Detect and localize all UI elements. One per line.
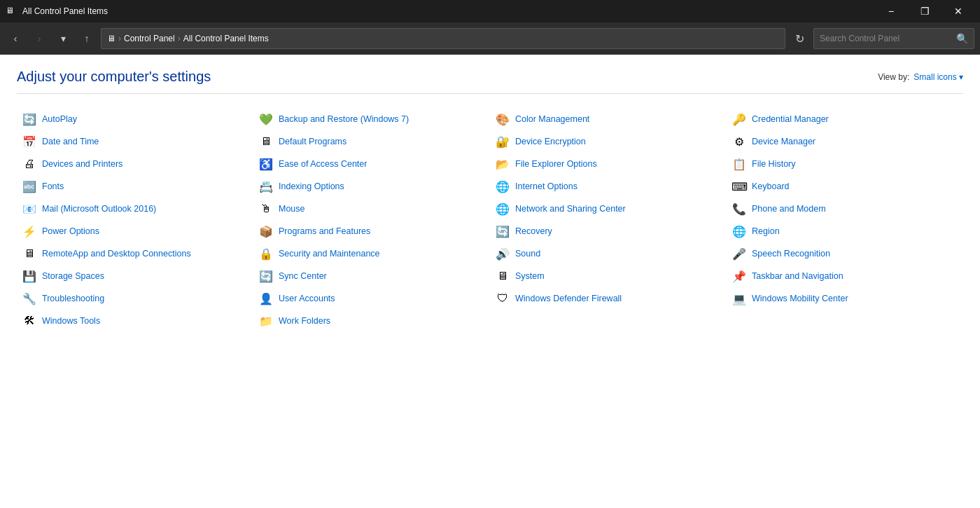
item-label: Phone and Modem <box>752 204 826 214</box>
list-item[interactable]: 📞 Phone and Modem <box>727 198 963 220</box>
item-label: File Explorer Options <box>515 159 597 169</box>
item-label: Sync Center <box>279 271 327 281</box>
page-header: Adjust your computer's settings View by:… <box>17 69 963 85</box>
item-label: Ease of Access Center <box>279 159 367 169</box>
list-item[interactable]: 🔄 Recovery <box>490 220 727 242</box>
list-item[interactable]: 📌 Taskbar and Navigation <box>727 265 963 287</box>
close-button[interactable]: ✕ <box>942 0 974 22</box>
path-icon: 🖥 <box>107 34 115 43</box>
path-all-items[interactable]: All Control Panel Items <box>183 34 269 43</box>
list-item[interactable]: 👤 User Accounts <box>253 287 490 310</box>
list-item[interactable]: ⚡ Power Options <box>17 220 253 242</box>
back-button[interactable]: ‹ <box>6 29 25 48</box>
list-item[interactable]: 🔄 AutoPlay <box>17 108 253 130</box>
item-label: Network and Sharing Center <box>515 204 626 214</box>
item-label: Region <box>752 226 780 236</box>
list-item[interactable]: 🎨 Color Management <box>490 108 727 130</box>
list-item[interactable]: 🌐 Network and Sharing Center <box>490 198 727 220</box>
list-item[interactable]: 💚 Backup and Restore (Windows 7) <box>253 108 490 130</box>
item-label: Storage Spaces <box>42 271 104 281</box>
list-item[interactable]: 🖥 System <box>490 265 727 287</box>
page-title: Adjust your computer's settings <box>17 69 211 85</box>
title-bar-controls: − ❐ ✕ <box>875 0 974 22</box>
item-icon: 🌐 <box>496 179 510 193</box>
item-icon: 💚 <box>259 112 273 126</box>
recent-locations-button[interactable]: ▾ <box>53 29 73 48</box>
item-label: Windows Tools <box>42 316 100 326</box>
list-item[interactable]: 🔧 Troubleshooting <box>17 287 253 310</box>
item-icon: 🖱 <box>259 202 273 216</box>
view-by-dropdown[interactable]: Small icons ▾ <box>913 72 963 82</box>
list-item[interactable]: 🎤 Speech Recognition <box>727 242 963 265</box>
list-item[interactable]: 📂 File Explorer Options <box>490 153 727 175</box>
list-item[interactable]: 💻 Windows Mobility Center <box>727 287 963 310</box>
item-icon: 💻 <box>732 291 746 306</box>
restore-button[interactable]: ❐ <box>909 0 941 22</box>
list-item[interactable]: 🔄 Sync Center <box>253 265 490 287</box>
item-label: Color Management <box>515 114 589 124</box>
list-item[interactable]: ⚙ Device Manager <box>727 130 963 153</box>
address-path: 🖥 › Control Panel › All Control Panel It… <box>101 28 785 49</box>
section-divider <box>17 93 963 94</box>
minimize-button[interactable]: − <box>875 0 907 22</box>
list-item[interactable]: 🔤 Fonts <box>17 175 253 198</box>
item-label: Devices and Printers <box>42 159 122 169</box>
item-label: Indexing Options <box>279 181 344 191</box>
list-item[interactable]: ♿ Ease of Access Center <box>253 153 490 175</box>
path-control-panel[interactable]: Control Panel <box>124 34 175 43</box>
item-icon: 📅 <box>22 135 36 149</box>
empty-cell <box>727 310 963 332</box>
view-by: View by: Small icons ▾ <box>878 72 963 82</box>
item-icon: 🖥 <box>259 135 273 149</box>
item-label: Mail (Microsoft Outlook 2016) <box>42 204 156 214</box>
item-label: RemoteApp and Desktop Connections <box>42 249 191 259</box>
list-item[interactable]: 🛠 Windows Tools <box>17 310 253 332</box>
list-item[interactable]: 🖥 RemoteApp and Desktop Connections <box>17 242 253 265</box>
item-icon: 🖥 <box>22 247 36 261</box>
item-icon: 🔧 <box>22 291 36 306</box>
item-label: Troubleshooting <box>42 294 104 303</box>
search-icon[interactable]: 🔍 <box>956 33 968 44</box>
item-icon: ♿ <box>259 157 273 171</box>
list-item[interactable]: 🌐 Internet Options <box>490 175 727 198</box>
item-label: Internet Options <box>515 181 578 191</box>
list-item[interactable]: 🔒 Security and Maintenance <box>253 242 490 265</box>
list-item[interactable]: 🖱 Mouse <box>253 198 490 220</box>
item-icon: 📇 <box>259 179 273 193</box>
refresh-button[interactable]: ↻ <box>790 29 809 48</box>
item-label: Sound <box>515 249 540 259</box>
forward-button[interactable]: › <box>29 29 49 48</box>
list-item[interactable]: 📋 File History <box>727 153 963 175</box>
window-title: All Control Panel Items <box>22 6 108 16</box>
list-item[interactable]: 📁 Work Folders <box>253 310 490 332</box>
item-icon: ⌨ <box>732 179 746 193</box>
list-item[interactable]: 🖥 Default Programs <box>253 130 490 153</box>
item-icon: 🖥 <box>496 269 510 283</box>
item-icon: 🎤 <box>732 247 746 261</box>
list-item[interactable]: 🔑 Credential Manager <box>727 108 963 130</box>
up-button[interactable]: ↑ <box>77 29 97 48</box>
list-item[interactable]: 📦 Programs and Features <box>253 220 490 242</box>
item-label: AutoPlay <box>42 114 77 124</box>
list-item[interactable]: 🛡 Windows Defender Firewall <box>490 287 727 310</box>
title-bar: 🖥 All Control Panel Items − ❐ ✕ <box>0 0 980 22</box>
address-bar: ‹ › ▾ ↑ 🖥 › Control Panel › All Control … <box>0 22 980 55</box>
list-item[interactable]: 🌐 Region <box>727 220 963 242</box>
item-icon: 📂 <box>496 157 510 171</box>
list-item[interactable]: ⌨ Keyboard <box>727 175 963 198</box>
list-item[interactable]: 💾 Storage Spaces <box>17 265 253 287</box>
item-label: Security and Maintenance <box>279 249 380 259</box>
item-label: Windows Mobility Center <box>752 294 848 303</box>
app-icon: 🖥 <box>6 6 17 17</box>
list-item[interactable]: 🔐 Device Encryption <box>490 130 727 153</box>
item-label: Credential Manager <box>752 114 829 124</box>
list-item[interactable]: 📇 Indexing Options <box>253 175 490 198</box>
list-item[interactable]: 🖨 Devices and Printers <box>17 153 253 175</box>
search-input[interactable] <box>820 34 952 43</box>
item-icon: 💾 <box>22 269 36 283</box>
list-item[interactable]: 📅 Date and Time <box>17 130 253 153</box>
item-icon: 📋 <box>732 157 746 171</box>
list-item[interactable]: 📧 Mail (Microsoft Outlook 2016) <box>17 198 253 220</box>
item-icon: 🔄 <box>496 224 510 238</box>
list-item[interactable]: 🔊 Sound <box>490 242 727 265</box>
